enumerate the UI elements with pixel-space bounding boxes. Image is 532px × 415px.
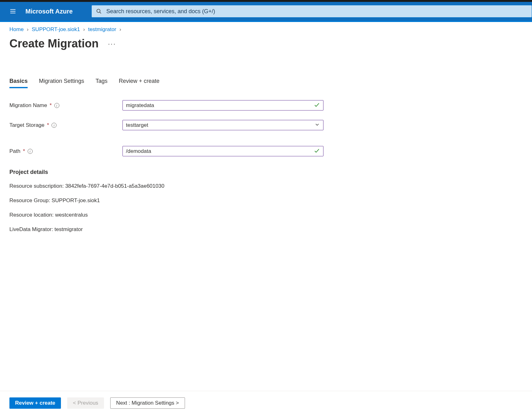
info-icon[interactable]: i	[52, 123, 57, 128]
label-text: Path	[9, 148, 20, 154]
chevron-right-icon: ›	[83, 26, 85, 33]
hamburger-icon	[9, 8, 16, 15]
required-star: *	[50, 102, 52, 109]
svg-line-4	[100, 12, 101, 13]
chevron-down-icon	[314, 122, 320, 128]
path-label: Path * i	[9, 148, 122, 154]
migration-name-label: Migration Name * i	[9, 102, 122, 109]
chevron-right-icon: ›	[119, 26, 121, 33]
validation-check-icon	[314, 102, 320, 109]
tab-basics[interactable]: Basics	[9, 78, 28, 88]
migration-name-field[interactable]	[122, 100, 323, 110]
validation-check-icon	[314, 148, 320, 155]
breadcrumb-home[interactable]: Home	[9, 26, 24, 33]
target-storage-label: Target Storage * i	[9, 122, 122, 128]
tab-tags[interactable]: Tags	[95, 78, 107, 88]
form: Migration Name * i Target Storage * i	[9, 100, 532, 233]
info-icon[interactable]: i	[54, 103, 59, 108]
tab-bar: Basics Migration Settings Tags Review + …	[9, 78, 532, 88]
path-field[interactable]	[122, 146, 323, 156]
target-storage-value[interactable]	[126, 122, 314, 128]
detail-resource-group: Resource Group: SUPPORT-joe.siok1	[9, 197, 532, 204]
search-input[interactable]	[106, 8, 527, 15]
next-button[interactable]: Next : Migration Settings >	[110, 397, 185, 409]
breadcrumb-resource[interactable]: testmigrator	[88, 26, 116, 33]
more-actions-button[interactable]: ···	[106, 40, 118, 47]
project-details-heading: Project details	[9, 169, 532, 175]
chevron-right-icon: ›	[27, 26, 29, 33]
search-icon	[96, 8, 102, 14]
detail-location: Resource location: westcentralus	[9, 212, 532, 218]
top-bar: Microsoft Azure	[0, 2, 532, 21]
breadcrumb-support[interactable]: SUPPORT-joe.siok1	[32, 26, 80, 33]
detail-migrator: LiveData Migrator: testmigrator	[9, 226, 532, 233]
required-star: *	[23, 148, 25, 154]
search-box[interactable]	[91, 5, 532, 18]
detail-subscription: Resource subscription: 3842fefa-7697-4e7…	[9, 183, 532, 189]
info-icon[interactable]: i	[28, 149, 33, 154]
menu-button[interactable]	[0, 2, 25, 21]
tab-review-create[interactable]: Review + create	[119, 78, 160, 88]
target-storage-dropdown[interactable]	[122, 120, 323, 130]
label-text: Target Storage	[9, 122, 45, 128]
required-star: *	[47, 122, 49, 128]
footer-bar: Review + create < Previous Next : Migrat…	[0, 391, 532, 415]
tab-migration-settings[interactable]: Migration Settings	[39, 78, 84, 88]
svg-point-3	[97, 9, 100, 13]
review-create-button[interactable]: Review + create	[9, 397, 61, 409]
migration-name-input[interactable]	[126, 102, 314, 109]
path-input[interactable]	[126, 148, 314, 154]
brand-label[interactable]: Microsoft Azure	[25, 8, 73, 15]
previous-button: < Previous	[67, 397, 104, 409]
breadcrumb: Home › SUPPORT-joe.siok1 › testmigrator …	[9, 26, 532, 33]
label-text: Migration Name	[9, 102, 47, 109]
page-title: Create Migration	[9, 37, 99, 50]
